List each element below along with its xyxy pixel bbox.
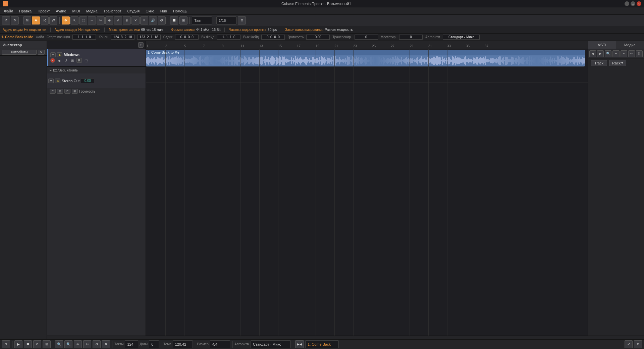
- vx-value[interactable]: 1. 1. 1. 0: [217, 35, 240, 40]
- lower-tempo-value[interactable]: 120.42: [173, 340, 193, 348]
- lower-pencil[interactable]: ✏: [74, 340, 82, 348]
- lower-algo-value[interactable]: Стандарт - Микс: [251, 340, 291, 348]
- maximize-button[interactable]: □: [631, 1, 635, 6]
- transpose-value[interactable]: 0: [355, 35, 378, 40]
- menu-studio[interactable]: Студия: [124, 8, 142, 14]
- mode-btn-a[interactable]: A: [32, 16, 40, 24]
- rp-edit[interactable]: ✏: [628, 50, 635, 57]
- rp-track-button[interactable]: Track: [591, 60, 607, 66]
- add-track-button[interactable]: +: [138, 42, 144, 48]
- menu-audio[interactable]: Аудио: [53, 8, 69, 14]
- lower-scissors[interactable]: ✂: [83, 340, 91, 348]
- lower-tool5[interactable]: ⚙: [93, 340, 101, 348]
- track-solo-button[interactable]: S: [57, 52, 62, 57]
- tool-split-line[interactable]: ─: [88, 16, 96, 24]
- mode-btn-w[interactable]: W: [49, 16, 57, 24]
- menu-midi[interactable]: MIDI: [69, 8, 83, 14]
- tempo-display[interactable]: Такт: [192, 16, 212, 24]
- tool-scissors[interactable]: ✂: [97, 16, 105, 24]
- io-solo-button[interactable]: S: [55, 79, 60, 83]
- io-mute-button[interactable]: M: [48, 79, 54, 83]
- tool-speaker[interactable]: 🔊: [149, 16, 157, 24]
- lower-play-btn[interactable]: ▶: [14, 340, 22, 348]
- quantize-display[interactable]: 1/16: [216, 16, 236, 24]
- io-volume-display[interactable]: 0.00: [81, 78, 94, 83]
- pos-end-value[interactable]: 124. 3. 2. 18: [111, 35, 135, 40]
- lower-stop-btn[interactable]: ⏹: [24, 340, 32, 348]
- lower-size-value[interactable]: 4/4: [210, 340, 230, 348]
- tuning-value[interactable]: 0: [399, 35, 423, 40]
- vh-value[interactable]: 0. 0. 0. 0: [261, 35, 285, 40]
- menu-media[interactable]: Медиа: [84, 8, 100, 14]
- mode-btn-r[interactable]: R: [41, 16, 49, 24]
- timeline-canvas[interactable]: 1. Come Back to Me // We'll generate wav…: [146, 49, 588, 336]
- pos-start-value[interactable]: 1. 1. 1. 0: [72, 35, 96, 40]
- lower-expand-btn[interactable]: ⤢: [625, 340, 633, 348]
- tool-pen[interactable]: ✐: [114, 16, 122, 24]
- rp-nav-left[interactable]: ◀: [589, 50, 596, 57]
- hitpoints-button[interactable]: Хитпойнты: [2, 50, 37, 55]
- track-monitor-icon[interactable]: ◀: [56, 58, 62, 63]
- snap-button[interactable]: 🔲: [170, 16, 178, 24]
- tool-x[interactable]: ✕: [131, 16, 140, 24]
- track-loop-icon[interactable]: ↺: [63, 58, 68, 63]
- lower-zoom-out[interactable]: 🔍: [64, 340, 72, 348]
- redo-button[interactable]: ↻: [11, 16, 19, 24]
- lower-snap2-btn[interactable]: ▶◀: [295, 340, 304, 348]
- vsti-tab[interactable]: VSTi: [588, 41, 616, 49]
- track-mute-button[interactable]: M: [50, 52, 56, 57]
- menu-hub[interactable]: Hub: [158, 8, 170, 14]
- track-record-button[interactable]: ●: [50, 58, 55, 63]
- track-r-button[interactable]: R: [76, 58, 82, 63]
- menu-project[interactable]: Проект: [35, 8, 52, 14]
- tool-select[interactable]: ✥: [62, 16, 70, 24]
- pos-shift-value[interactable]: 0. 0. 0. 0: [175, 35, 199, 40]
- lower-tool6[interactable]: ✕: [102, 340, 110, 348]
- menu-help[interactable]: Помощь: [170, 8, 190, 14]
- quantize-settings[interactable]: ⚙: [238, 16, 246, 24]
- menu-window[interactable]: Окно: [143, 8, 157, 14]
- tool-time[interactable]: ⏱: [158, 16, 166, 24]
- menu-edit[interactable]: Правка: [16, 8, 34, 14]
- io-btn-r[interactable]: R: [50, 89, 56, 94]
- rp-settings[interactable]: ⚙: [636, 50, 643, 57]
- lower-clip-name[interactable]: 1. Come Back: [305, 340, 339, 348]
- rp-search[interactable]: 🔍: [605, 50, 611, 57]
- pos-end-value2[interactable]: 123. 2. 1. 18: [137, 35, 161, 40]
- tool-range[interactable]: ⬚: [79, 16, 87, 24]
- lower-loop2-btn[interactable]: ↺: [33, 340, 41, 348]
- audio-out-label[interactable]: Аудио выходы: [55, 28, 77, 32]
- rp-add[interactable]: +: [612, 50, 619, 57]
- lower-snap-btn[interactable]: ⊞: [43, 340, 51, 348]
- rp-rack-button[interactable]: Rack ▾: [609, 60, 626, 66]
- timeline-scrollbar[interactable]: [47, 336, 644, 339]
- lower-beats-value[interactable]: 124: [125, 340, 138, 348]
- tool-crosshair[interactable]: ⊕: [105, 16, 113, 24]
- track-chord-icon[interactable]: ⊞: [70, 58, 75, 63]
- menu-file[interactable]: Файл: [1, 8, 16, 14]
- volume-value[interactable]: 0.00: [306, 35, 330, 40]
- algo-value[interactable]: Стандарт - Микс: [443, 35, 480, 40]
- tool-erase[interactable]: ⊗: [123, 16, 131, 24]
- lower-zoom-in[interactable]: 🔍: [55, 340, 63, 348]
- lower-loop-btn[interactable]: S: [2, 340, 10, 348]
- close-button[interactable]: ✕: [637, 1, 641, 6]
- rp-minus[interactable]: −: [621, 50, 627, 57]
- lower-sub-value[interactable]: 0: [149, 340, 159, 348]
- mode-btn-m[interactable]: M: [23, 16, 31, 24]
- tool-arrow[interactable]: ↖: [70, 16, 78, 24]
- io-header[interactable]: ▶ Вх./Вых. каналы: [47, 67, 146, 73]
- io-btn-link[interactable]: ⊞: [72, 89, 78, 94]
- track-extra-icon[interactable]: ⬚: [83, 58, 89, 63]
- audio-in-label[interactable]: Аудио входы: [3, 28, 23, 32]
- menu-transport[interactable]: Транспорт: [101, 8, 124, 14]
- io-btn-e[interactable]: E: [64, 89, 70, 94]
- grid-button[interactable]: ⊞: [179, 16, 187, 24]
- rp-nav-right[interactable]: ▶: [597, 50, 604, 57]
- tool-mute[interactable]: ≡: [140, 16, 148, 24]
- inspector-close[interactable]: ✕: [38, 50, 45, 55]
- io-btn-chord[interactable]: ⊞: [57, 89, 63, 94]
- media-tab[interactable]: Медиа: [616, 41, 644, 49]
- undo-button[interactable]: ↺: [2, 16, 10, 24]
- minimize-button[interactable]: ─: [625, 1, 629, 6]
